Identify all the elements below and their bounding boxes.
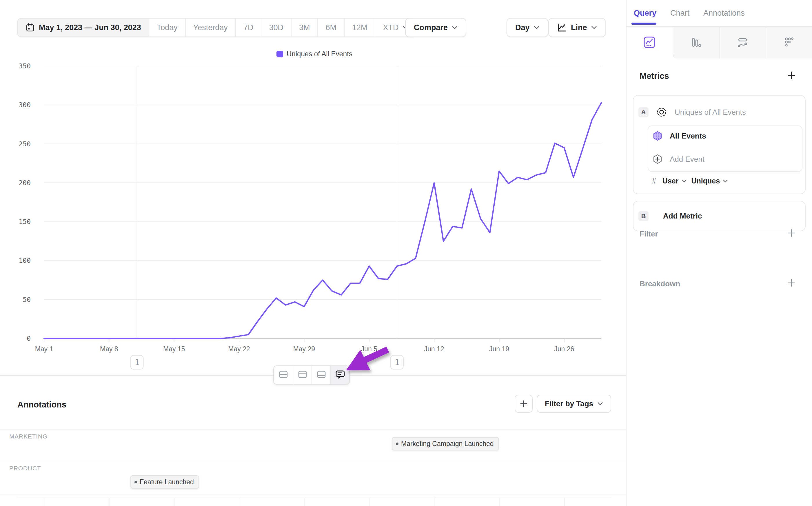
plus-icon: [787, 278, 796, 287]
query-sidebar: QueryChartAnnotations Metrics A Uniques …: [626, 0, 812, 506]
pointer-arrow-shape: [346, 347, 389, 370]
y-axis-tick-label: 200: [18, 179, 31, 187]
chevron-down-icon: [597, 402, 603, 406]
event-box: All Events Add Event: [648, 125, 802, 172]
add-metric-label: Add Metric: [663, 212, 702, 221]
plus-icon: [787, 228, 796, 238]
annotation-groups: MARKETINGMarketing Campaign LaunchedPROD…: [0, 429, 626, 494]
y-axis-tick-label: 100: [18, 257, 31, 264]
pointer-arrow: [319, 333, 412, 391]
metric-card-a: A Uniques of All Events All Events: [633, 95, 806, 194]
sidebar-tab-chart[interactable]: Chart: [670, 0, 690, 26]
annotation-row-marketing: MARKETINGMarketing Campaign Launched: [0, 429, 626, 461]
add-event-button[interactable]: Add Event: [652, 154, 705, 164]
x-axis-tick-label: May 22: [228, 345, 250, 353]
series-line-uniques-of-all-events[interactable]: [44, 103, 601, 338]
chart-type-grid-dots[interactable]: [765, 27, 812, 59]
main-area: May 1, 2023 — Jun 30, 2023 TodayYesterda…: [0, 0, 626, 506]
add-metric-plus-button[interactable]: [787, 71, 796, 81]
active-tab-underline: [631, 23, 656, 25]
metric-title[interactable]: Uniques of All Events: [674, 108, 746, 117]
filter-by-tags-button[interactable]: Filter by Tags: [537, 395, 611, 413]
plus-icon: [519, 399, 528, 408]
annotation-pill[interactable]: Marketing Campaign Launched: [392, 437, 499, 450]
annotation-group-label: MARKETING: [9, 433, 48, 440]
filter-by-tags-label: Filter by Tags: [545, 399, 593, 408]
insights-report-page: May 1, 2023 — Jun 30, 2023 TodayYesterda…: [0, 0, 812, 506]
number-type-icon: #: [652, 177, 656, 185]
filter-heading: Filter: [640, 230, 658, 239]
line-chart: 050100150200250300350May 1May 8May 15May…: [0, 0, 626, 386]
plus-icon: [787, 71, 796, 80]
y-axis-tick-label: 250: [18, 140, 31, 148]
aggregation-dropdown[interactable]: Uniques: [692, 177, 728, 185]
x-axis-tick-label: May 1: [35, 345, 53, 353]
split-horizontal-icon: [278, 369, 289, 381]
add-event-hexagon-icon: [652, 154, 663, 164]
aggregation-label: Uniques: [692, 177, 720, 185]
event-name: All Events: [670, 132, 706, 141]
y-axis-tick-label: 150: [18, 218, 31, 226]
metric-card-b[interactable]: B Add Metric: [633, 201, 806, 231]
annotation-label: Feature Launched: [140, 478, 194, 486]
bar-chart-icon: [690, 36, 703, 50]
annotation-label: Marketing Campaign Launched: [401, 440, 494, 448]
annotation-row-product: PRODUCTFeature Launched: [0, 461, 626, 494]
chevron-down-icon: [723, 179, 728, 183]
y-axis-tick-label: 350: [18, 62, 31, 70]
x-axis-tick-label: May 15: [163, 345, 185, 353]
sidebar-tab-label: Chart: [670, 9, 690, 18]
x-axis-tick-label: Jun 12: [424, 345, 444, 353]
annotation-dot-icon: [134, 481, 137, 483]
annotation-group-label: PRODUCT: [9, 465, 41, 472]
chart-type-line-chart[interactable]: [627, 27, 672, 59]
y-axis-tick-label: 300: [18, 101, 31, 109]
metric-badge: B: [638, 211, 648, 221]
sidebar-tab-annotations[interactable]: Annotations: [703, 0, 745, 26]
line-chart-icon: [643, 36, 656, 50]
x-axis-tick-label: May 29: [293, 345, 315, 353]
aggregation-row: # User Uniques: [652, 177, 728, 185]
annotation-count-label: 1: [135, 358, 140, 367]
x-axis-tick-label: Jun 26: [554, 345, 574, 353]
sidebar-tab-query[interactable]: Query: [634, 0, 656, 26]
breakdown-heading: Breakdown: [640, 279, 680, 288]
chart-type-tabs: [627, 27, 812, 59]
sidebar-tabs: QueryChartAnnotations: [627, 0, 812, 27]
chart-type-bar-chart[interactable]: [672, 27, 719, 59]
add-breakdown-button[interactable]: [787, 278, 796, 289]
y-axis-tick-label: 50: [23, 296, 31, 304]
x-axis-tick-label: Jun 19: [489, 345, 509, 353]
metric-scope-icon: [656, 107, 667, 118]
add-annotation-button[interactable]: [515, 395, 533, 413]
chart-type-flow-chart[interactable]: [719, 27, 765, 59]
entity-dropdown[interactable]: User: [662, 177, 687, 185]
x-axis-tick-label: May 8: [100, 345, 118, 353]
event-item-all-events[interactable]: All Events: [652, 131, 706, 141]
annotation-dot-icon: [396, 442, 398, 445]
grid-dots-icon: [783, 36, 796, 50]
metric-badge: A: [638, 107, 648, 117]
annotations-timeline-ruler: [0, 494, 626, 506]
annotations-title: Annotations: [17, 400, 66, 410]
metrics-heading: Metrics: [640, 71, 669, 81]
event-hexagon-icon: [652, 131, 663, 141]
add-event-label: Add Event: [670, 155, 705, 164]
sidebar-tab-label: Query: [634, 9, 656, 18]
annotation-pill[interactable]: Feature Launched: [130, 475, 199, 489]
panel-top-icon: [297, 369, 308, 381]
panel-top-toggle[interactable]: [293, 366, 311, 384]
sidebar-tab-label: Annotations: [703, 9, 745, 18]
entity-label: User: [662, 177, 679, 185]
flow-chart-icon: [736, 36, 749, 50]
add-filter-button[interactable]: [787, 228, 796, 239]
split-horizontal-toggle[interactable]: [274, 366, 293, 384]
y-axis-tick-label: 0: [27, 335, 31, 342]
chevron-down-icon: [682, 179, 687, 183]
